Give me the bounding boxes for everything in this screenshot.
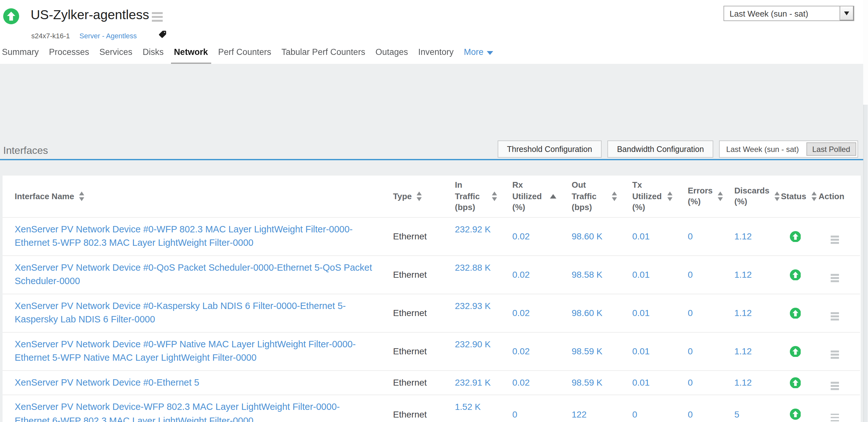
- interfaces-table-card: Interface Name Type In Traffic(bps) Rx U…: [3, 176, 860, 422]
- col-type[interactable]: Type: [378, 176, 440, 217]
- sort-icon[interactable]: [668, 191, 673, 201]
- interface-name-link[interactable]: XenServer PV Network Device #0-WFP Nativ…: [3, 332, 378, 370]
- global-period-dropdown[interactable]: Last Week (sun - sat): [723, 6, 854, 21]
- col-errors[interactable]: Errors(%): [673, 176, 719, 217]
- row-action-menu-icon[interactable]: [831, 351, 839, 359]
- discards-value[interactable]: 1.12: [719, 332, 773, 370]
- monitor-subline: s24x7-k16-1 Server - Agentless: [31, 31, 167, 40]
- row-action-menu-icon[interactable]: [831, 312, 839, 320]
- title-menu-icon[interactable]: [152, 12, 163, 22]
- period-toggle-last-polled[interactable]: Last Polled: [806, 142, 856, 156]
- interface-name-link[interactable]: XenServer PV Network Device #0-Ethernet …: [3, 370, 378, 395]
- tab-summary[interactable]: Summary: [2, 47, 39, 57]
- errors-value[interactable]: 0: [673, 217, 719, 255]
- interface-name-link[interactable]: XenServer PV Network Device-WFP 802.3 MA…: [3, 395, 378, 422]
- monitor-tabs: Summary Processes Services Disks Network…: [2, 47, 493, 57]
- sort-icon[interactable]: [718, 191, 723, 201]
- rx-utilized-value[interactable]: 0.02: [497, 332, 556, 370]
- sort-icon[interactable]: [775, 191, 780, 201]
- in-traffic-value[interactable]: 232.90 K: [440, 332, 497, 370]
- tx-utilized-value[interactable]: 0.01: [617, 294, 673, 332]
- row-action-menu-icon[interactable]: [831, 274, 839, 282]
- errors-value[interactable]: 0: [673, 332, 719, 370]
- threshold-configuration-button[interactable]: Threshold Configuration: [497, 141, 601, 158]
- tx-utilized-value[interactable]: 0.01: [617, 217, 673, 255]
- row-action-menu-icon[interactable]: [831, 413, 839, 421]
- in-traffic-value[interactable]: 232.91 K: [440, 370, 497, 395]
- row-action-menu-icon[interactable]: [831, 382, 839, 390]
- tab-tabular-perf-counters[interactable]: Tabular Perf Counters: [281, 47, 365, 57]
- discards-value[interactable]: 1.12: [719, 217, 773, 255]
- tx-utilized-value[interactable]: 0: [617, 395, 673, 422]
- tab-processes[interactable]: Processes: [49, 47, 89, 57]
- rx-utilized-value[interactable]: 0.02: [497, 294, 556, 332]
- errors-value[interactable]: 0: [673, 294, 719, 332]
- tab-outages[interactable]: Outages: [375, 47, 408, 57]
- out-traffic-value[interactable]: 98.58 K: [556, 255, 617, 294]
- interface-name-link[interactable]: XenServer PV Network Device #0-Kaspersky…: [3, 294, 378, 332]
- in-traffic-value[interactable]: 232.93 K: [440, 294, 497, 332]
- interface-up-status-icon: [773, 395, 810, 422]
- interface-name-link[interactable]: XenServer PV Network Device #0-WFP 802.3…: [3, 217, 378, 255]
- interfaces-section-title: Interfaces: [3, 145, 48, 156]
- tab-network[interactable]: Network: [174, 47, 208, 57]
- interface-up-status-icon: [773, 255, 810, 294]
- page-scrollbar[interactable]: [863, 0, 868, 422]
- discards-value[interactable]: 1.12: [719, 255, 773, 294]
- errors-value[interactable]: 0: [673, 370, 719, 395]
- errors-value[interactable]: 0: [673, 255, 719, 294]
- period-toggle-last-week[interactable]: Last Week (sun - sat): [720, 141, 805, 157]
- rx-utilized-value[interactable]: 0.02: [497, 255, 556, 294]
- col-out-traffic[interactable]: Out Traffic(bps): [556, 176, 617, 217]
- discards-value[interactable]: 1.12: [719, 370, 773, 395]
- dropdown-arrow-icon[interactable]: [839, 6, 853, 21]
- interface-type: Ethernet: [378, 255, 440, 294]
- tx-utilized-value[interactable]: 0.01: [617, 332, 673, 370]
- table-row: XenServer PV Network Device #0-WFP Nativ…: [3, 332, 860, 370]
- tx-utilized-value[interactable]: 0.01: [617, 255, 673, 294]
- tab-disks[interactable]: Disks: [143, 47, 164, 57]
- sort-icon[interactable]: [79, 191, 84, 201]
- col-tx-utilized[interactable]: Tx Utilized(%): [617, 176, 673, 217]
- errors-value[interactable]: 0: [673, 395, 719, 422]
- discards-value[interactable]: 1.12: [719, 294, 773, 332]
- tab-services[interactable]: Services: [99, 47, 133, 57]
- monitor-type-link[interactable]: Server - Agentless: [80, 32, 137, 39]
- table-row: XenServer PV Network Device #0-QoS Packe…: [3, 255, 860, 294]
- out-traffic-value[interactable]: 98.59 K: [556, 370, 617, 395]
- col-rx-utilized[interactable]: Rx Utilized(%): [497, 176, 556, 217]
- scrollbar-thumb[interactable]: [863, 105, 868, 422]
- in-traffic-value[interactable]: 232.88 K: [440, 255, 497, 294]
- sort-icon[interactable]: [492, 191, 497, 201]
- out-traffic-value[interactable]: 98.59 K: [556, 332, 617, 370]
- in-traffic-value[interactable]: 232.92 K: [440, 217, 497, 255]
- sort-icon[interactable]: [417, 191, 422, 201]
- table-row: XenServer PV Network Device #0-Ethernet …: [3, 370, 860, 395]
- out-traffic-value[interactable]: 98.60 K: [556, 294, 617, 332]
- interfaces-section: Interfaces Threshold Configuration Bandw…: [0, 64, 863, 422]
- sort-icon[interactable]: [612, 191, 617, 201]
- rx-utilized-value[interactable]: 0.02: [497, 370, 556, 395]
- tag-icon[interactable]: [159, 30, 167, 40]
- interface-up-status-icon: [773, 294, 810, 332]
- interface-up-status-icon: [773, 217, 810, 255]
- rx-utilized-value[interactable]: 0: [497, 395, 556, 422]
- out-traffic-value[interactable]: 98.60 K: [556, 217, 617, 255]
- rx-utilized-value[interactable]: 0.02: [497, 217, 556, 255]
- tab-inventory[interactable]: Inventory: [418, 47, 454, 57]
- col-in-traffic[interactable]: In Traffic(bps): [440, 176, 497, 217]
- out-traffic-value[interactable]: 122: [556, 395, 617, 422]
- row-action-menu-icon[interactable]: [831, 236, 839, 244]
- bandwidth-configuration-button[interactable]: Bandwidth Configuration: [608, 141, 713, 158]
- col-discards[interactable]: Discards(%): [719, 176, 773, 217]
- sort-ascending-icon[interactable]: [550, 194, 556, 199]
- tab-more[interactable]: More: [464, 47, 493, 57]
- in-traffic-value[interactable]: 1.52 K: [440, 395, 497, 422]
- interfaces-actions: Threshold Configuration Bandwidth Config…: [497, 141, 858, 158]
- tx-utilized-value[interactable]: 0.01: [617, 370, 673, 395]
- interface-name-link[interactable]: XenServer PV Network Device #0-QoS Packe…: [3, 255, 378, 294]
- tab-perf-counters[interactable]: Perf Counters: [218, 47, 272, 57]
- col-interface-name[interactable]: Interface Name: [3, 176, 378, 217]
- sort-icon[interactable]: [811, 191, 816, 201]
- discards-value[interactable]: 5: [719, 395, 773, 422]
